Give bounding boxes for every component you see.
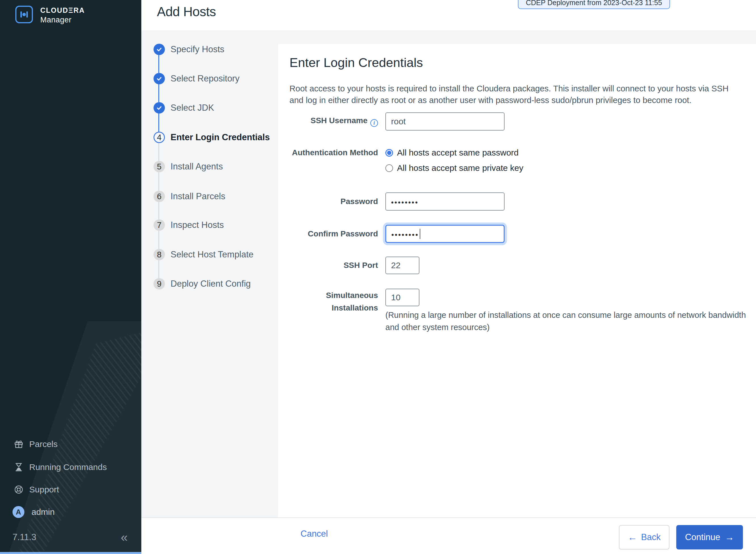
back-button[interactable]: ← Back [619,525,670,549]
cancel-link[interactable]: Cancel [300,529,328,539]
ssh-username-input[interactable] [386,112,505,130]
step-label: Select Repository [171,73,239,84]
step-number: 5 [154,161,165,172]
brand[interactable]: CLOUDΞRA Manager [0,0,141,34]
ssh-username-label: SSH Username [289,116,378,127]
auth-method-label: Authentication Method [289,148,378,173]
wizard-step-specify-hosts: Specify Hosts [141,44,225,55]
radio-same-private-key[interactable]: All hosts accept same private key [386,163,523,173]
step-label: Select JDK [171,103,214,113]
auth-method-options: All hosts accept same password All hosts… [386,148,523,173]
simultaneous-installations-row: Simultaneous Installations (Running a la… [289,289,749,333]
sidebar-item-label: Support [29,485,59,494]
simultaneous-installations-note: (Running a large number of installations… [386,309,749,333]
confirm-password-input[interactable]: •••••••• [386,225,505,243]
step-connector [158,202,159,219]
gift-icon [14,439,23,449]
sidebar-item-label: Parcels [29,439,58,449]
step-label: Specify Hosts [171,44,225,54]
wizard-step-inspect-hosts: 7 Inspect Hosts [141,219,224,231]
right-arrow-icon: → [725,532,734,543]
step-label: Select Host Template [171,250,253,260]
radio-unselected-icon[interactable] [386,164,393,172]
password-row: Password •••••••• [289,192,505,211]
step-connector [158,84,159,102]
step-connector [158,260,159,278]
sidebar-item-running-commands[interactable]: Running Commands [0,458,141,476]
wizard-step-select-host-template: 8 Select Host Template [141,249,253,260]
step-number: 6 [154,191,165,202]
confirm-password-row: Confirm Password •••••••• [289,225,505,243]
step-label: Deploy Client Config [171,279,251,289]
radio-label: All hosts accept same private key [397,163,523,173]
text-cursor [420,229,420,239]
brand-text: CLOUDΞRA Manager [40,6,85,24]
cloudera-logo-icon [15,6,33,23]
header: Add Hosts CDEP Deployment from 2023-Oct-… [141,0,756,31]
brand-product: Manager [40,16,85,24]
sidebar-item-support[interactable]: Support [0,481,141,499]
ssh-port-input[interactable] [386,257,419,274]
auth-method-row: Authentication Method All hosts accept s… [289,148,523,173]
step-number: 4 [154,132,165,143]
simultaneous-installations-control: (Running a large number of installations… [386,289,749,333]
add-hosts-wizard-page: CLOUDΞRA Manager Parcels [0,0,756,554]
wizard-step-select-jdk: Select JDK [141,102,214,114]
simultaneous-installations-input[interactable] [386,289,419,306]
check-icon [154,102,165,114]
step-label: Inspect Hosts [171,220,224,230]
sidebar-item-admin[interactable]: A admin [0,503,141,521]
masked-password: •••••••• [391,229,419,238]
sidebar-item-label: admin [32,507,55,517]
check-icon [154,73,165,84]
radio-same-password[interactable]: All hosts accept same password [386,148,523,158]
continue-button-label: Continue [685,532,720,542]
deployment-badge: CDEP Deployment from 2023-Oct-23 11:55 [518,0,670,9]
step-label: Install Agents [171,162,223,172]
section-heading: Enter Login Credentials [289,55,423,70]
radio-label: All hosts accept same password [397,148,519,158]
sidebar-item-parcels[interactable]: Parcels [0,435,141,453]
info-icon[interactable] [370,119,378,127]
step-connector [158,231,159,249]
step-connector [158,143,159,161]
avatar: A [12,506,24,518]
step-connector [158,172,159,191]
password-label: Password [289,197,378,206]
sidebar-footer: 7.11.3 « [0,530,141,544]
section-description: Root access to your hosts is required to… [289,82,744,106]
content-area: Specify Hosts Select Repository Select J… [141,31,756,517]
wizard-step-select-repository: Select Repository [141,73,239,84]
ssh-port-control [386,257,419,274]
ssh-port-row: SSH Port [289,257,419,274]
continue-button[interactable]: Continue → [676,525,743,549]
confirm-password-control: •••••••• [386,225,505,243]
confirm-password-label: Confirm Password [289,229,378,238]
main-panel: Enter Login Credentials Root access to y… [278,44,756,517]
ssh-username-control [386,112,505,130]
step-number: 9 [154,278,165,289]
step-label: Enter Login Credentials [171,132,270,143]
back-button-label: Back [641,532,661,542]
wizard-step-enter-login-credentials: 4 Enter Login Credentials [141,132,270,143]
wizard-footer: Cancel ← Back Continue → [141,517,756,554]
collapse-sidebar-icon[interactable]: « [121,531,128,544]
step-connector [158,55,159,73]
page-title: Add Hosts [157,4,216,19]
ssh-port-label: SSH Port [289,261,378,270]
left-arrow-icon: ← [628,532,637,543]
wizard-step-install-agents: 5 Install Agents [141,161,223,172]
step-number: 8 [154,249,165,260]
sidebar: CLOUDΞRA Manager Parcels [0,0,141,554]
password-control: •••••••• [386,192,505,211]
password-input[interactable]: •••••••• [386,192,505,211]
step-connector [158,114,159,132]
wizard-step-install-parcels: 6 Install Parcels [141,191,225,202]
masked-password: •••••••• [391,197,419,206]
step-label: Install Parcels [171,191,225,202]
radio-selected-icon[interactable] [386,149,393,157]
wizard-step-deploy-client-config: 9 Deploy Client Config [141,278,251,289]
life-ring-icon [14,485,23,494]
sidebar-bottom-accent [0,552,141,554]
version-label: 7.11.3 [12,532,36,542]
